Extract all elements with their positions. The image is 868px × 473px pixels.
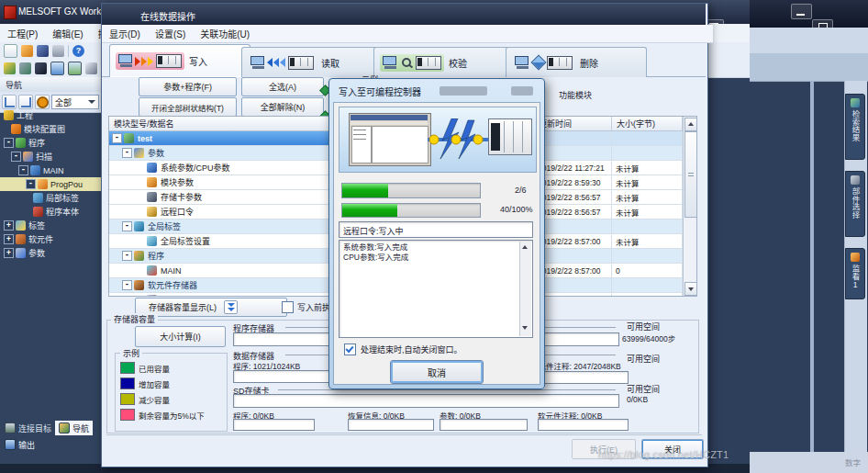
redacted-area [440, 86, 487, 96]
row-label: 程序 [148, 250, 164, 262]
cancel-button[interactable]: 取消 [390, 360, 484, 384]
cell-update-time [534, 131, 612, 145]
tree-view-button[interactable] [18, 95, 33, 109]
size-calc-button[interactable]: 大小计算(I) [135, 326, 226, 347]
expand-icon[interactable]: - [11, 152, 21, 162]
nav-item-程序本体[interactable]: 程序本体 [0, 205, 101, 219]
nav-item-工程[interactable]: 工程 [0, 108, 101, 122]
lightning-link-icon [428, 118, 494, 161]
log-lines: 系统参数:写入完成CPU参数:写入完成 [343, 242, 517, 263]
cell-update-time: 2019/2/22 8:56:57 [534, 205, 612, 219]
tab-删除[interactable]: 删除 [506, 47, 647, 77]
expand-icon[interactable]: + [4, 220, 14, 231]
expand-icon[interactable]: - [122, 280, 132, 290]
nav-filter-select[interactable]: 全部 [51, 95, 99, 109]
log-scrollbar[interactable] [519, 242, 531, 336]
log-line: CPU参数:写入完成 [343, 253, 517, 263]
plc-icon [156, 54, 182, 68]
window-icon[interactable] [50, 62, 64, 75]
print-icon[interactable] [52, 45, 64, 57]
cell-update-time: 2019/2/22 8:57:00 [534, 234, 612, 248]
nav-item-局部标签[interactable]: 局部标签 [0, 191, 101, 205]
menu-item-工程(P)[interactable]: 工程(P) [7, 27, 38, 40]
cell-size: 未计算 [612, 234, 683, 248]
minimize-button[interactable] [791, 4, 812, 19]
expand-icon[interactable]: - [122, 251, 132, 261]
tree-toggle-button[interactable]: 开闭全部树状结构(T) [139, 97, 237, 117]
open-folder-icon[interactable] [21, 45, 33, 57]
deselect-all-button[interactable]: 全部解除(N) [241, 97, 324, 117]
expand-icon[interactable]: - [122, 221, 132, 231]
table-scrollbar[interactable] [683, 117, 696, 296]
settings-gear-button[interactable] [35, 95, 50, 109]
auto-close-option[interactable]: 处理结束时,自动关闭窗口。 [344, 343, 462, 355]
nav-item-软元件[interactable]: +软元件 [0, 232, 101, 246]
column-header[interactable]: 大小(字节) [612, 117, 683, 130]
dock-tab-icon [851, 253, 860, 262]
tab-icon-cluster [116, 52, 184, 70]
nav-item-MAIN[interactable]: -MAIN [0, 163, 101, 177]
partial-function-module-label: 功能模块 [559, 89, 592, 101]
expand-icon[interactable]: - [26, 179, 36, 189]
column-header[interactable]: 更新时间 [534, 117, 612, 130]
window2-icon[interactable] [68, 62, 82, 75]
bottom-tab-连接目标[interactable]: 连接目标 [1, 421, 55, 435]
expand-icon[interactable]: + [4, 248, 14, 258]
tab-写入[interactable]: 写入 [109, 44, 250, 77]
nav-item-程序[interactable]: -程序 [0, 136, 101, 150]
nav-item-ProgPou[interactable]: -ProgPou [0, 177, 101, 191]
menu-item-显示(D)[interactable]: 显示(D) [109, 27, 140, 40]
pre-write-checkbox[interactable] [282, 301, 294, 313]
progpou-icon [38, 179, 48, 189]
project-tree: 工程模块配置图-程序-扫描-MAIN-ProgPou局部标签程序本体+标签+软元… [0, 108, 101, 443]
expand-icon[interactable]: - [122, 148, 132, 158]
tree-icon[interactable] [4, 62, 16, 74]
save-all-icon[interactable] [19, 62, 31, 74]
param-program-button[interactable]: 参数+程序(F) [139, 77, 237, 96]
splitter[interactable] [810, 81, 814, 452]
nav-item-扫描[interactable]: -扫描 [0, 150, 101, 163]
expand-icon[interactable]: - [112, 133, 122, 143]
new-file-icon[interactable] [4, 44, 17, 58]
menu-item-编辑(E)[interactable]: 编辑(E) [52, 27, 83, 40]
expand-icon[interactable]: - [18, 165, 28, 175]
dock-tabs: 检索结果部件选择监看1 [845, 94, 865, 369]
dock-tab-监看1[interactable]: 监看1 [845, 248, 865, 299]
row-label: 全局标签 [148, 220, 181, 232]
dock-tab-部件选择[interactable]: 部件选择 [845, 171, 865, 237]
bottom-tab-导航[interactable]: 导航 [55, 421, 93, 435]
melsoft-app-icon [4, 6, 17, 19]
nav-item-模块配置图[interactable]: 模块配置图 [0, 122, 101, 136]
legend-item-label: 剩余容量为5%以下 [139, 410, 205, 421]
output-tab[interactable]: 输出 [1, 437, 39, 452]
auto-close-checkbox[interactable] [344, 343, 356, 355]
scroll-up-button[interactable] [684, 118, 697, 131]
find-icon[interactable] [85, 62, 97, 74]
tab-icon-cluster [380, 54, 444, 72]
menu-item-设置(S)[interactable]: 设置(S) [155, 27, 185, 40]
scroll-down-button[interactable] [684, 282, 697, 296]
tab-校验[interactable]: 校验 [373, 47, 515, 77]
expand-icon[interactable]: + [4, 234, 14, 244]
menu-item-关联功能(U)[interactable]: 关联功能(U) [200, 27, 250, 40]
tab-label: 写入 [189, 54, 207, 68]
project-icon [4, 110, 14, 120]
progress-dialog-title: 写入至可编程控制器 [339, 84, 421, 98]
redacted-area [511, 86, 533, 96]
expand-icon[interactable]: - [4, 138, 14, 148]
label-icon [16, 220, 26, 231]
tree-collapse-button[interactable] [2, 95, 17, 109]
log-line: 系统参数:写入完成 [343, 242, 517, 253]
scroll-thumb[interactable] [684, 131, 697, 218]
nav-item-标签[interactable]: +标签 [0, 219, 101, 232]
nav-item-参数[interactable]: +参数 [0, 246, 101, 260]
save-icon[interactable] [37, 45, 49, 57]
nav-item-label: MAIN [43, 166, 64, 175]
module-icon[interactable] [35, 62, 47, 74]
select-all-button[interactable]: 全选(A) [241, 77, 324, 96]
dock-tab-检索结果[interactable]: 检索结果 [845, 94, 865, 160]
program-group-icon [134, 251, 144, 261]
memory-toggle-label: 存储器容量显示(L) [149, 301, 217, 313]
row-label: 存储卡参数 [161, 191, 202, 203]
help-icon[interactable]: ? [72, 45, 84, 57]
